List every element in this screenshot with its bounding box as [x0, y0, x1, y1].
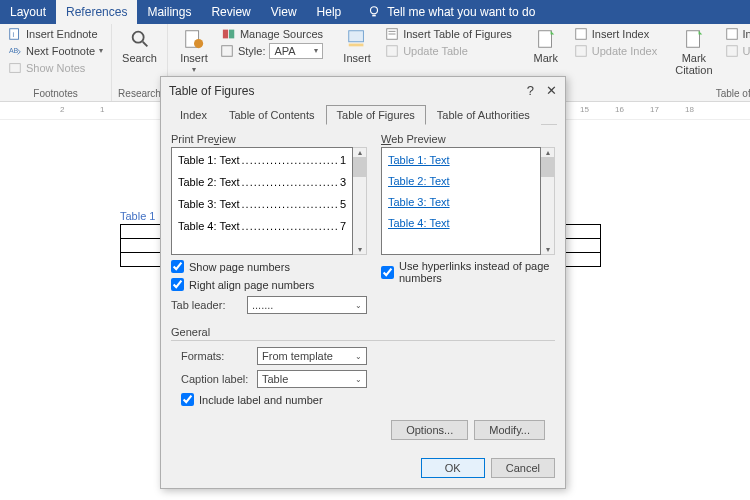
pp-text: Table 2: Text: [178, 176, 240, 188]
options-button[interactable]: Options...: [391, 420, 468, 440]
svg-text:AB: AB: [9, 47, 19, 54]
web-preview: Table 1: Text Table 2: Text Table 3: Tex…: [381, 147, 541, 255]
chevron-down-icon: ⌄: [355, 375, 362, 384]
svg-rect-17: [538, 31, 551, 48]
tab-review[interactable]: Review: [201, 0, 260, 24]
show-page-numbers-checkbox[interactable]: Show page numbers: [171, 260, 367, 273]
svg-rect-20: [687, 31, 700, 48]
print-preview: Table 1: Text...........................…: [171, 147, 353, 255]
insert-caption-label: Insert: [343, 52, 371, 64]
citation-icon: [183, 28, 205, 50]
search-label: Search: [122, 52, 157, 64]
caption-label-label: Caption label:: [181, 373, 251, 385]
mark-entry-icon: [535, 28, 557, 50]
insert-caption-button[interactable]: Insert: [337, 26, 377, 66]
update-tof-button[interactable]: Update Table: [383, 43, 514, 59]
print-preview-scrollbar[interactable]: ▴▾: [353, 147, 367, 255]
insert-toa-button[interactable]: Insert Table of Autho: [723, 26, 751, 42]
insert-tof-button[interactable]: Insert Table of Figures: [383, 26, 514, 42]
caption-label-select[interactable]: Table⌄: [257, 370, 367, 388]
mark-citation-label: MarkCitation: [675, 52, 712, 76]
search-icon: [129, 28, 151, 50]
group-toa: MarkCitation Insert Table of Autho Updat…: [665, 24, 750, 101]
close-icon[interactable]: ✕: [546, 83, 557, 98]
chevron-down-icon: ▾: [314, 47, 318, 55]
caption-label-value: Table: [262, 373, 288, 385]
endnote-icon: i: [8, 27, 22, 41]
formats-value: From template: [262, 350, 333, 362]
update-icon: [574, 44, 588, 58]
update-tof-label: Update Table: [403, 45, 468, 57]
style-select[interactable]: APA▾: [269, 43, 323, 59]
tab-view[interactable]: View: [261, 0, 307, 24]
insert-citation-label: Insert: [180, 52, 208, 64]
use-hyperlinks-checkbox[interactable]: Use hyperlinks instead of page numbers: [381, 260, 555, 284]
svg-rect-19: [576, 46, 587, 57]
tab-mailings[interactable]: Mailings: [137, 0, 201, 24]
include-label-checkbox[interactable]: Include label and number: [181, 393, 555, 406]
chevron-down-icon: ⌄: [355, 352, 362, 361]
mark-entry-label: Mark: [534, 52, 558, 64]
dlg-tab-toa[interactable]: Table of Authorities: [426, 105, 541, 125]
svg-rect-12: [349, 44, 364, 47]
insert-index-label: Insert Index: [592, 28, 649, 40]
group-toa-label: Table of Authorities: [671, 88, 750, 101]
svg-rect-16: [387, 46, 398, 57]
style-icon: [220, 44, 234, 58]
pp-text: Table 4: Text: [178, 220, 240, 232]
search-button[interactable]: Search: [118, 26, 161, 66]
manage-sources-button[interactable]: Manage Sources: [220, 26, 325, 42]
show-notes-button[interactable]: Show Notes: [6, 60, 105, 76]
index-icon: [574, 27, 588, 41]
update-index-button[interactable]: Update Index: [572, 43, 659, 59]
tell-me[interactable]: Tell me what you want to do: [357, 0, 545, 24]
insert-endnote-label: Insert Endnote: [26, 28, 98, 40]
dlg-tab-index[interactable]: Index: [169, 105, 218, 125]
wp-link: Table 1: Text: [388, 154, 534, 166]
pp-text: Table 1: Text: [178, 154, 240, 166]
update-icon: [385, 44, 399, 58]
svg-rect-11: [349, 31, 364, 42]
lightbulb-icon: [367, 5, 381, 19]
dialog-title: Table of Figures: [169, 84, 254, 98]
right-align-checkbox[interactable]: Right align page numbers: [171, 278, 367, 291]
dlg-tab-tof[interactable]: Table of Figures: [326, 105, 426, 125]
tab-leader-value: .......: [252, 299, 273, 311]
tab-references[interactable]: References: [56, 0, 137, 24]
svg-rect-9: [229, 30, 234, 39]
next-footnote-button[interactable]: ABNext Footnote ▾: [6, 43, 105, 59]
pp-page: 1: [340, 154, 346, 166]
web-preview-scrollbar[interactable]: ▴▾: [541, 147, 555, 255]
pp-text: Table 3: Text: [178, 198, 240, 210]
group-footnotes-label: Footnotes: [6, 88, 105, 101]
manage-sources-label: Manage Sources: [240, 28, 323, 40]
tab-leader-select[interactable]: .......⌄: [247, 296, 367, 314]
mark-entry-button[interactable]: Mark: [526, 26, 566, 66]
tof-icon: [385, 27, 399, 41]
insert-index-button[interactable]: Insert Index: [572, 26, 659, 42]
insert-endnote-button[interactable]: iInsert Endnote: [6, 26, 105, 42]
wp-link: Table 4: Text: [388, 217, 534, 229]
tab-layout[interactable]: Layout: [0, 0, 56, 24]
cancel-button[interactable]: Cancel: [491, 458, 555, 478]
show-notes-label: Show Notes: [26, 62, 85, 74]
tab-help[interactable]: Help: [307, 0, 352, 24]
insert-citation-button[interactable]: Insert ▾: [174, 26, 214, 76]
help-icon[interactable]: ?: [527, 83, 534, 98]
ok-button[interactable]: OK: [421, 458, 485, 478]
mark-citation-button[interactable]: MarkCitation: [671, 26, 716, 78]
dlg-tab-toc[interactable]: Table of Contents: [218, 105, 326, 125]
toa-icon: [725, 27, 739, 41]
svg-rect-18: [576, 29, 587, 40]
group-research-label: Research: [118, 88, 161, 101]
formats-label: Formats:: [181, 350, 251, 362]
modify-button[interactable]: Modify...: [474, 420, 545, 440]
chevron-down-icon: ⌄: [355, 301, 362, 310]
update-toa-button[interactable]: Update Table: [723, 43, 751, 59]
svg-rect-1: [10, 29, 19, 40]
style-value: APA: [274, 45, 295, 57]
tab-leader-label: Tab leader:: [171, 299, 241, 311]
general-label: General: [171, 326, 555, 338]
formats-select[interactable]: From template⌄: [257, 347, 367, 365]
next-footnote-label: Next Footnote: [26, 45, 95, 57]
